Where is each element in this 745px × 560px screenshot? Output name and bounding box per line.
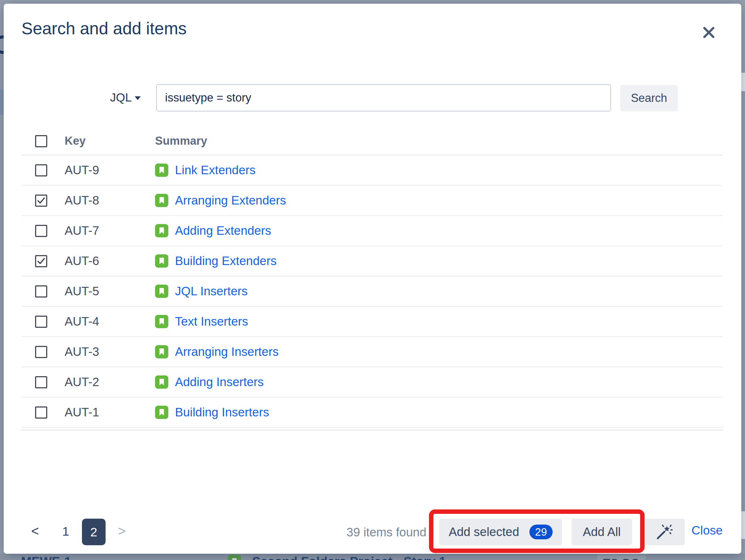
query-mode-dropdown[interactable]: JQL bbox=[110, 91, 141, 104]
add-selected-label: Add selected bbox=[449, 525, 519, 539]
row-summary-link[interactable]: Building Extenders bbox=[175, 254, 277, 268]
background-band bbox=[0, 90, 4, 115]
row-key: AUT-5 bbox=[65, 284, 155, 298]
table-row: AUT-6 Building Extenders bbox=[21, 246, 723, 276]
row-checkbox[interactable] bbox=[35, 225, 47, 237]
row-summary-link[interactable]: Text Inserters bbox=[175, 315, 248, 329]
row-summary-link[interactable]: Link Extenders bbox=[175, 163, 255, 177]
table-end-divider bbox=[21, 430, 723, 430]
table-row: AUT-1 Building Inserters bbox=[21, 398, 723, 428]
pagination-page-1[interactable]: 1 bbox=[56, 524, 75, 539]
row-summary-link[interactable]: Building Inserters bbox=[175, 405, 269, 419]
row-key: AUT-9 bbox=[65, 163, 155, 177]
close-link[interactable]: Close bbox=[691, 523, 722, 537]
story-icon bbox=[155, 406, 168, 419]
pagination-next[interactable]: > bbox=[114, 523, 129, 539]
row-summary-link[interactable]: Arranging Inserters bbox=[175, 345, 279, 359]
background-issue-summary: Second Folders Project - Story 1 bbox=[252, 554, 446, 560]
table-row: AUT-5 JQL Inserters bbox=[21, 276, 723, 307]
table-row: AUT-4 Text Inserters bbox=[21, 307, 723, 337]
row-summary-link[interactable]: JQL Inserters bbox=[175, 284, 248, 298]
close-icon[interactable] bbox=[698, 21, 720, 44]
background-band bbox=[741, 73, 745, 91]
row-checkbox[interactable] bbox=[35, 255, 47, 267]
row-summary-link[interactable]: Adding Extenders bbox=[175, 224, 271, 238]
story-icon bbox=[155, 345, 168, 358]
table-row: AUT-8 Arranging Extenders bbox=[21, 186, 723, 216]
background-issue-key: MEWE-1 bbox=[21, 554, 71, 560]
magic-wand-button[interactable] bbox=[643, 519, 685, 545]
story-icon bbox=[228, 555, 241, 560]
table-row: AUT-7 Adding Extenders bbox=[21, 216, 723, 246]
story-icon bbox=[155, 164, 168, 177]
column-header-summary: Summary bbox=[155, 134, 723, 148]
story-icon bbox=[155, 375, 168, 389]
items-found-count: 39 items found bbox=[341, 525, 426, 539]
status-badge: TO DO bbox=[597, 555, 646, 560]
dialog-title: Search and add items bbox=[21, 18, 187, 38]
search-and-add-items-dialog: Search and add items JQL Search Key Summ… bbox=[4, 4, 741, 554]
row-checkbox[interactable] bbox=[35, 316, 47, 328]
chevron-down-icon bbox=[135, 96, 141, 100]
search-button[interactable]: Search bbox=[620, 85, 678, 111]
results-table-header: Key Summary bbox=[21, 127, 723, 155]
story-icon bbox=[155, 224, 168, 237]
row-key: AUT-2 bbox=[65, 375, 155, 389]
story-icon bbox=[155, 315, 168, 328]
select-all-checkbox[interactable] bbox=[35, 135, 47, 147]
jql-query-input[interactable] bbox=[156, 84, 611, 111]
pagination-page-2-current[interactable]: 2 bbox=[82, 519, 106, 545]
row-key: AUT-4 bbox=[65, 315, 155, 329]
row-checkbox[interactable] bbox=[35, 376, 47, 388]
results-table: Key Summary AUT-9 Link Extenders AUT-8 A… bbox=[21, 127, 723, 430]
row-checkbox[interactable] bbox=[35, 285, 47, 298]
results-table-body: AUT-9 Link Extenders AUT-8 Arranging Ext… bbox=[21, 155, 723, 428]
row-summary-link[interactable]: Adding Inserters bbox=[175, 375, 264, 389]
table-row: AUT-2 Adding Inserters bbox=[21, 367, 723, 398]
row-key: AUT-7 bbox=[65, 224, 155, 238]
row-checkbox[interactable] bbox=[35, 346, 47, 358]
row-key: AUT-8 bbox=[65, 193, 155, 207]
row-key: AUT-1 bbox=[65, 405, 155, 419]
column-header-key: Key bbox=[65, 134, 155, 148]
story-icon bbox=[155, 194, 168, 207]
table-row: AUT-3 Arranging Inserters bbox=[21, 337, 723, 367]
add-all-button[interactable]: Add All bbox=[571, 519, 632, 545]
row-summary-link[interactable]: Arranging Extenders bbox=[175, 193, 286, 207]
row-checkbox[interactable] bbox=[35, 195, 47, 207]
row-checkbox[interactable] bbox=[35, 164, 47, 176]
table-row: AUT-9 Link Extenders bbox=[21, 155, 723, 186]
pagination-prev[interactable]: < bbox=[28, 523, 42, 539]
magic-wand-icon bbox=[656, 523, 673, 540]
selected-count-badge: 29 bbox=[529, 525, 552, 539]
story-icon bbox=[155, 254, 168, 268]
add-selected-button[interactable]: Add selected 29 bbox=[439, 519, 562, 545]
row-checkbox[interactable] bbox=[35, 406, 47, 419]
story-icon bbox=[155, 285, 168, 298]
row-key: AUT-6 bbox=[65, 254, 155, 268]
row-key: AUT-3 bbox=[65, 345, 155, 359]
background-band bbox=[741, 511, 745, 539]
